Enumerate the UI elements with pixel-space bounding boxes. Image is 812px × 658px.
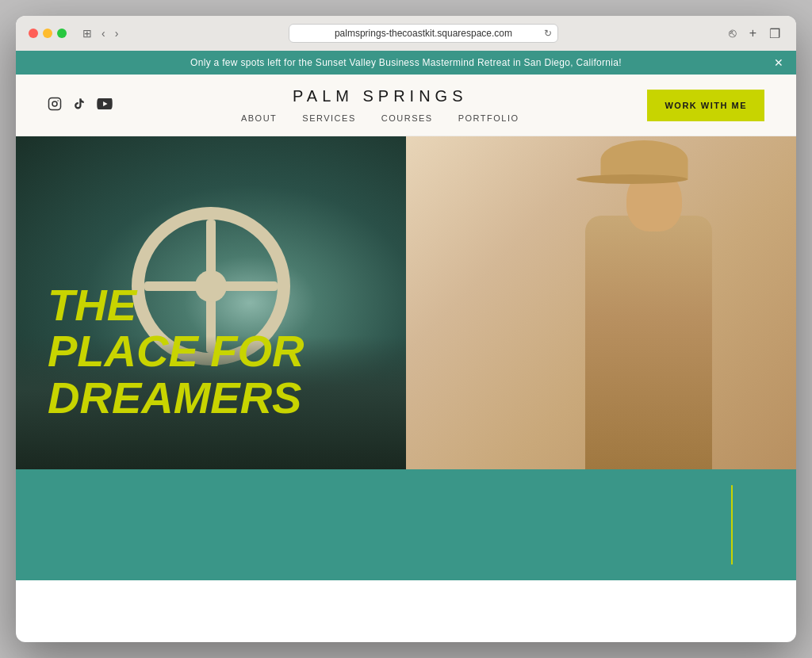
- social-icons: [48, 97, 113, 114]
- address-bar-wrapper: 🔒 ↻: [131, 24, 715, 43]
- teal-section: [16, 469, 796, 580]
- announcement-bar: Only a few spots left for the Sunset Val…: [16, 51, 796, 75]
- new-tab-button[interactable]: +: [746, 25, 760, 42]
- browser-chrome: ⊞ ‹ › 🔒 ↻ ⎋ + ❐: [16, 16, 796, 51]
- hero-left-image: THE PLACE FOR DREAMERS: [16, 136, 406, 469]
- copy-button[interactable]: ❐: [766, 25, 783, 43]
- hero-section: THE PLACE FOR DREAMERS: [16, 136, 796, 642]
- nav-courses[interactable]: COURSES: [381, 113, 433, 123]
- svg-point-1: [52, 101, 57, 106]
- hero-headline: THE PLACE FOR DREAMERS: [48, 282, 304, 422]
- teal-section-left: [16, 469, 731, 580]
- header-center: PALM SPRINGS ABOUT SERVICES COURSES PORT…: [241, 87, 519, 123]
- hat-brim: [576, 174, 688, 184]
- announcement-text: Only a few spots left for the Sunset Val…: [190, 57, 622, 68]
- hero-line1: THE: [48, 280, 136, 330]
- address-wrapper: 🔒 ↻: [289, 24, 558, 43]
- instagram-icon[interactable]: [48, 97, 62, 114]
- hero-line3: DREAMERS: [48, 373, 301, 423]
- youtube-icon[interactable]: [97, 98, 113, 113]
- browser-titlebar: ⊞ ‹ › 🔒 ↻ ⎋ + ❐: [29, 24, 783, 43]
- back-button[interactable]: ‹: [98, 25, 109, 41]
- browser-window: ⊞ ‹ › 🔒 ↻ ⎋ + ❐ Only a few: [16, 16, 796, 642]
- teal-section-right: [733, 469, 796, 580]
- reload-button[interactable]: ↻: [544, 28, 552, 39]
- hero-images: THE PLACE FOR DREAMERS: [16, 136, 796, 469]
- hero-right-image: [406, 136, 796, 469]
- address-input[interactable]: [289, 24, 558, 43]
- minimize-button[interactable]: [43, 29, 52, 38]
- forward-button[interactable]: ›: [112, 25, 122, 41]
- hero-text-overlay: THE PLACE FOR DREAMERS: [48, 282, 304, 422]
- svg-rect-0: [49, 98, 61, 109]
- nav-portfolio[interactable]: PORTFOLIO: [458, 113, 519, 123]
- site-nav: ABOUT SERVICES COURSES PORTFOLIO: [241, 113, 519, 123]
- site-header: PALM SPRINGS ABOUT SERVICES COURSES PORT…: [16, 75, 796, 136]
- announcement-close-button[interactable]: ✕: [774, 56, 783, 69]
- figure-silhouette: [530, 152, 768, 469]
- window-controls: ⊞ ‹ ›: [79, 25, 121, 41]
- website-content: Only a few spots left for the Sunset Val…: [16, 51, 796, 642]
- maximize-button[interactable]: [57, 29, 67, 38]
- coat-body: [585, 216, 712, 469]
- hero-line2: PLACE FOR: [48, 326, 304, 376]
- close-button[interactable]: [29, 29, 38, 38]
- nav-services[interactable]: SERVICES: [302, 113, 355, 123]
- svg-point-2: [57, 100, 59, 101]
- share-button[interactable]: ⎋: [726, 25, 740, 42]
- nav-about[interactable]: ABOUT: [241, 113, 277, 123]
- tiktok-icon[interactable]: [73, 97, 86, 114]
- browser-actions: ⎋ + ❐: [726, 25, 783, 43]
- work-with-me-button[interactable]: WORK WITH ME: [647, 90, 764, 121]
- traffic-lights: [29, 29, 67, 38]
- site-title: PALM SPRINGS: [293, 87, 468, 105]
- sidebar-toggle-button[interactable]: ⊞: [79, 25, 95, 41]
